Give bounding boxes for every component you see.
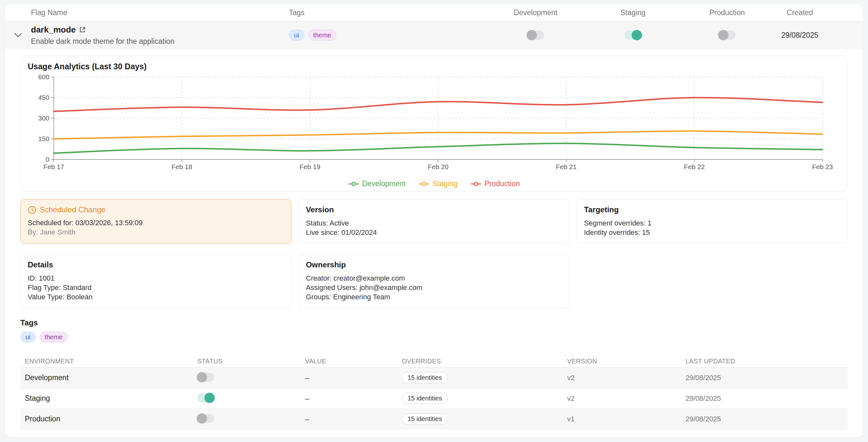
legend-item-development[interactable]: Development [348,179,406,188]
ownership-card-title: Ownership [306,260,562,269]
y-axis-label: 300 [38,114,49,122]
segment-overrides: Segment overrides: 1 [584,218,840,228]
table-row-production: Production – 15 identities v1 29/08/2025 [20,409,848,430]
details-card-title: Details [28,260,284,269]
details-card: Details ID: 1001 Flag Type: Standard Val… [20,254,291,308]
clock-icon [28,206,36,214]
show-additional-details-link[interactable]: Show additional details [20,435,848,438]
external-link-icon[interactable] [79,26,86,33]
environments-table-header: ENVIRONMENT STATUS VALUE OVERRIDES VERSI… [20,355,848,368]
y-axis-label: 0 [45,156,49,163]
identities-badge[interactable]: 15 identities [402,393,448,404]
env-name: Staging [20,394,193,403]
x-axis-label: Feb 23 [812,163,833,170]
table-row-staging: Staging – 15 identities v2 29/08/2025 [20,388,848,409]
production-status-toggle[interactable] [197,414,214,423]
env-last-updated: 29/08/2025 [681,394,848,403]
env-name: Production [20,415,193,423]
flag-id: ID: 1001 [28,273,284,283]
legend-marker-icon [348,182,359,186]
y-axis-label: 150 [38,135,49,142]
env-version: v2 [563,394,681,403]
th-version: VERSION [563,358,681,365]
chart-legend: Development Staging Production [28,179,840,188]
tag-chip-theme[interactable]: theme [40,332,68,342]
th-environment: ENVIRONMENT [20,358,193,365]
identities-badge[interactable]: 15 identities [402,372,448,383]
legend-marker-icon [418,182,430,186]
env-last-updated: 29/08/2025 [681,374,848,382]
env-value: – [301,373,397,382]
th-value: VALUE [301,358,397,365]
tags-section: Tags ui theme [20,318,848,342]
th-overrides: OVERRIDES [397,358,563,365]
chevron-down-icon [14,33,22,37]
version-status: Status: Active [306,218,562,228]
version-card: Version Status: Active Live since: 01/02… [299,199,570,243]
x-axis-label: Feb 22 [684,163,705,170]
legend-item-production[interactable]: Production [470,179,520,188]
legend-label: Production [484,179,520,188]
scheduled-change-card: Scheduled Change Scheduled for: 03/03/20… [20,199,291,243]
x-axis-label: Feb 17 [43,163,64,170]
usage-chart: 0150300450600Feb 17Feb 18Feb 19Feb 20Feb… [28,73,840,179]
flag-created-date: 29/08/2025 [781,31,818,40]
assigned-users: Assigned Users: john@example.com [306,283,562,292]
table-row-development: Development – 15 identities v2 29/08/202… [20,368,848,388]
col-header-development: Development [487,8,584,17]
env-value: – [301,415,397,423]
chart-title: Usage Analytics (Last 30 Days) [28,62,840,71]
flags-table-header: Flag Name Tags Development Staging Produ… [5,4,863,21]
tag-chip-theme[interactable]: theme [308,30,337,41]
flag-row-dark-mode[interactable]: dark_mode Enable dark mode theme for the… [5,21,863,49]
col-header-tags: Tags [289,8,487,17]
staging-toggle[interactable] [625,31,641,40]
x-axis-label: Feb 18 [172,163,192,170]
legend-label: Development [362,179,406,188]
col-header-flag-name: Flag Name [31,8,289,17]
x-axis-label: Feb 21 [556,163,577,170]
version-live-since: Live since: 01/02/2024 [306,228,562,237]
col-header-staging: Staging [584,8,682,17]
x-axis-label: Feb 19 [300,163,320,170]
env-last-updated: 29/08/2025 [681,415,848,423]
targeting-card-title: Targeting [584,205,840,214]
value-type: Value Type: Boolean [28,292,284,302]
env-name: Development [20,373,193,382]
scheduled-change-title: Scheduled Change [40,205,105,214]
y-axis-label: 450 [38,94,49,101]
env-version: v1 [563,415,681,423]
flag-name: dark_mode [31,25,76,35]
tag-chip-ui[interactable]: ui [289,30,304,41]
legend-item-staging[interactable]: Staging [418,179,458,188]
staging-status-toggle[interactable] [197,393,214,402]
identity-overrides: Identity overrides: 15 [584,228,840,237]
scheduled-by-text: By: Jane Smith [28,228,284,237]
th-last-updated: LAST UPDATED [681,358,848,365]
flag-type: Flag Type: Standard [28,283,284,292]
production-toggle[interactable] [719,31,736,40]
environments-table: ENVIRONMENT STATUS VALUE OVERRIDES VERSI… [20,355,848,430]
x-axis-label: Feb 20 [428,163,448,170]
legend-marker-icon [470,182,482,186]
development-toggle[interactable] [527,31,544,40]
col-header-created: Created [772,8,863,17]
groups: Groups: Engineering Team [306,292,562,302]
legend-label: Staging [432,179,458,188]
env-version: v2 [563,374,681,382]
usage-analytics-card: Usage Analytics (Last 30 Days) 015030045… [20,56,848,192]
version-card-title: Version [306,205,562,214]
th-status: STATUS [193,358,301,365]
env-value: – [301,394,397,403]
collapse-row-button[interactable] [5,33,31,37]
development-status-toggle[interactable] [197,373,214,382]
flag-description: Enable dark mode theme for the applicati… [31,37,289,46]
col-header-production: Production [682,8,772,17]
tag-chip-ui[interactable]: ui [20,332,36,342]
identities-badge[interactable]: 15 identities [402,413,448,424]
feature-flag-panel: Flag Name Tags Development Staging Produ… [5,4,863,438]
creator: Creator: creator@example.com [306,273,562,283]
ownership-card: Ownership Creator: creator@example.com A… [299,254,570,308]
y-axis-label: 600 [38,73,49,80]
targeting-card: Targeting Segment overrides: 1 Identity … [577,199,848,243]
